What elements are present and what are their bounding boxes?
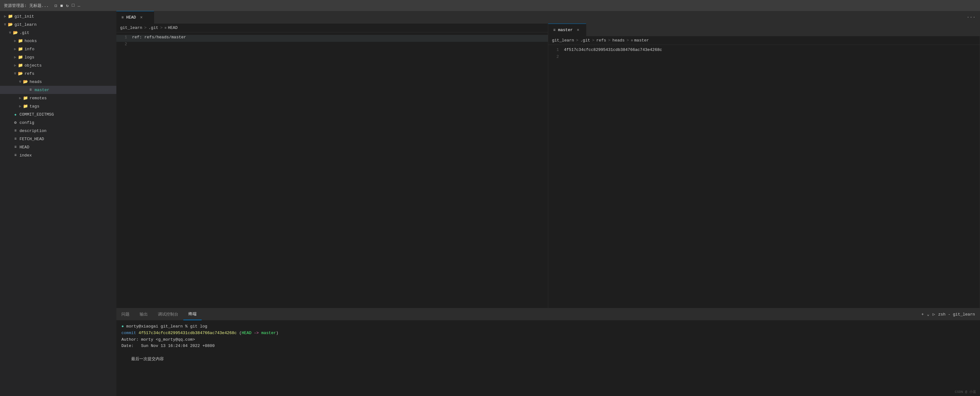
sidebar-label-heads: heads — [30, 79, 42, 84]
folder-icon: 📁 — [8, 14, 13, 19]
add-terminal-icon[interactable]: + — [921, 312, 924, 317]
chevron-right-icon-tags: ▷ — [18, 104, 23, 109]
folder-icon-remotes: 📁 — [23, 95, 28, 101]
pane2-line-number-2: 2 — [548, 54, 564, 59]
main-layout: ▷ 📁 git_init ▽ 📂 git_learn ▽ 📂 .git ▷ 📁 … — [0, 11, 980, 396]
sidebar-label-HEAD: HEAD — [19, 145, 29, 150]
terminal-cmd-text: git log — [190, 323, 207, 330]
breadcrumb2-file-icon: ≡ — [631, 39, 633, 43]
breadcrumb-HEAD: HEAD — [168, 25, 178, 30]
panel-tabs: 问题 输出 调试控制台 终端 + ⌄ ▷ zsh - git_learn — [116, 308, 980, 320]
tab-label-HEAD: HEAD — [126, 15, 136, 20]
sidebar: ▷ 📁 git_init ▽ 📂 git_learn ▽ 📂 .git ▷ 📁 … — [0, 11, 116, 396]
sidebar-item-description[interactable]: ▷ ≡ description — [0, 127, 116, 135]
sidebar-item-remotes[interactable]: ▷ 📁 remotes — [0, 94, 116, 102]
sidebar-label-objects: objects — [24, 63, 42, 68]
tab-HEAD[interactable]: ≡ HEAD × — [116, 11, 154, 24]
file-lines-icon-description: ≡ — [13, 128, 18, 133]
tabs-left: ≡ HEAD × — [116, 11, 154, 24]
sidebar-label-remotes: remotes — [30, 96, 47, 101]
file-lines-icon-head: ≡ — [13, 144, 18, 150]
sidebar-item-COMMIT_EDITMSG[interactable]: ▷ ◆ COMMIT_EDITMSG — [0, 110, 116, 119]
breadcrumb-pane2: git_learn > .git > refs > heads > ≡ mast… — [548, 36, 980, 45]
folder-icon-info: 📁 — [18, 46, 23, 52]
terminal-content[interactable]: ● morty@xiaogai git_learn % git log comm… — [116, 320, 980, 396]
sidebar-item-config[interactable]: ▷ ⚙ config — [0, 119, 116, 127]
terminal-author-text: Author: morty <g_morty@qq.com> — [121, 337, 195, 343]
sidebar-item-FETCH_HEAD[interactable]: ▷ ≡ FETCH_HEAD — [0, 135, 116, 143]
terminal-line-empty — [121, 350, 975, 356]
more-icon[interactable]: … — [78, 3, 80, 8]
panel-tab-output[interactable]: 输出 — [135, 308, 153, 320]
tab-master[interactable]: ≡ master × — [548, 24, 586, 36]
sidebar-label-FETCH_HEAD: FETCH_HEAD — [19, 137, 44, 141]
chevron-down-icon-heads: ▽ — [18, 79, 23, 84]
panel-tabs-left: 问题 输出 调试控制台 终端 — [116, 308, 202, 320]
sidebar-label-COMMIT_EDITMSG: COMMIT_EDITMSG — [19, 112, 54, 117]
tab-close-HEAD[interactable]: × — [138, 15, 144, 21]
pane2-tabs-left: ≡ master × — [548, 24, 586, 36]
terminal-line-command: ● morty@xiaogai git_learn % git log — [121, 323, 975, 330]
sidebar-item-objects[interactable]: ▷ 📁 objects — [0, 61, 116, 70]
chevron-right-icon-hooks: ▷ — [13, 38, 18, 43]
sidebar-item-hooks[interactable]: ▷ 📁 hooks — [0, 37, 116, 45]
chevron-right-icon-logs: ▷ — [13, 55, 18, 60]
folder-icon-logs: 📁 — [18, 54, 23, 60]
new-folder-icon[interactable]: ◼ — [60, 3, 63, 8]
editor-split: git_learn > .git > ≡ HEAD 1 ref: refs/he… — [116, 24, 980, 308]
editor-content-pane2: 1 4f517c34cfcc82995431cdb384766ac743e426… — [548, 45, 980, 308]
chevron-terminal-icon[interactable]: ⌄ — [927, 312, 929, 317]
panel-tab-debug[interactable]: 调试控制台 — [153, 308, 183, 320]
breadcrumb-file-icon: ≡ — [164, 26, 167, 30]
sidebar-item-index[interactable]: ▷ ≡ index — [0, 151, 116, 159]
terminal-commit-hash: 4f517c34cfcc82995431cdb384766ac743e4268c — [139, 330, 237, 337]
editor-content-pane1: 1 ref: refs/heads/master 2 — [116, 32, 548, 308]
breadcrumb2-refs: refs — [596, 38, 606, 43]
file-gear-icon: ⚙ — [13, 120, 18, 125]
title-bar-text: 资源管理器: 无标题... — [4, 3, 49, 8]
sidebar-item-git_learn[interactable]: ▽ 📂 git_learn — [0, 21, 116, 29]
title-bar: 资源管理器: 无标题... ◻ ◼ ↻ □ … — [0, 0, 980, 11]
terminal-ref-close: ) — [276, 330, 278, 337]
new-file-icon[interactable]: ◻ — [54, 3, 57, 8]
sidebar-item-dot_git[interactable]: ▽ 📂 .git — [0, 29, 116, 37]
terminal-empty-text — [121, 350, 124, 356]
chevron-right-icon-objects: ▷ — [13, 63, 18, 68]
terminal-ref-open: ( — [237, 330, 242, 337]
terminal-launch-icon[interactable]: ▷ — [932, 312, 935, 317]
folder-open-icon-2: 📂 — [13, 30, 18, 35]
line-number-1: 1 — [116, 35, 132, 40]
file-lines-icon-master: ≡ — [28, 87, 33, 93]
terminal-line-commit: commit 4f517c34cfcc82995431cdb384766ac74… — [121, 330, 975, 337]
folder-icon-tags: 📁 — [23, 103, 28, 109]
collapse-icon[interactable]: □ — [72, 3, 74, 8]
chevron-down-icon-2: ▽ — [8, 30, 13, 35]
sidebar-item-heads[interactable]: ▽ 📂 heads — [0, 78, 116, 86]
folder-open-icon-refs: 📂 — [18, 71, 23, 76]
chevron-right-icon-info: ▷ — [13, 46, 18, 52]
sidebar-item-info[interactable]: ▷ 📁 info — [0, 45, 116, 53]
terminal-branch-label: master — [261, 330, 276, 337]
sidebar-label-hooks: hooks — [24, 39, 37, 43]
sidebar-item-logs[interactable]: ▷ 📁 logs — [0, 53, 116, 61]
tab-close-master[interactable]: × — [575, 27, 581, 33]
editor-line-1: 1 ref: refs/heads/master — [116, 35, 548, 42]
pane2-tabs-bar: ≡ master × — [548, 24, 980, 36]
sidebar-item-refs[interactable]: ▽ 📂 refs — [0, 70, 116, 78]
tabs-more-button[interactable]: ··· — [962, 14, 980, 20]
terminal-prompt-text: morty@xiaogai git_learn % — [124, 323, 190, 330]
pane2-line-content-1: 4f517c34cfcc82995431cdb384766ac743e4268c — [564, 48, 666, 52]
file-lines-icon-fetch: ≡ — [13, 136, 18, 142]
sidebar-item-master[interactable]: ▷ ≡ master — [0, 86, 116, 94]
refresh-icon[interactable]: ↻ — [66, 3, 68, 8]
panel-tab-problems[interactable]: 问题 — [116, 308, 135, 320]
terminal-prompt-dot: ● — [121, 323, 124, 330]
sidebar-item-HEAD[interactable]: ▷ ≡ HEAD — [0, 143, 116, 151]
editor-pane-1: git_learn > .git > ≡ HEAD 1 ref: refs/he… — [116, 24, 548, 308]
sidebar-label-git_init: git_init — [14, 14, 34, 19]
sidebar-item-git_init[interactable]: ▷ 📁 git_init — [0, 12, 116, 21]
panel-tab-terminal[interactable]: 终端 — [183, 308, 202, 320]
title-bar-actions: ◻ ◼ ↻ □ … — [54, 3, 80, 8]
sidebar-item-tags[interactable]: ▷ 📁 tags — [0, 102, 116, 110]
pane2-line-number-1: 1 — [548, 48, 564, 52]
